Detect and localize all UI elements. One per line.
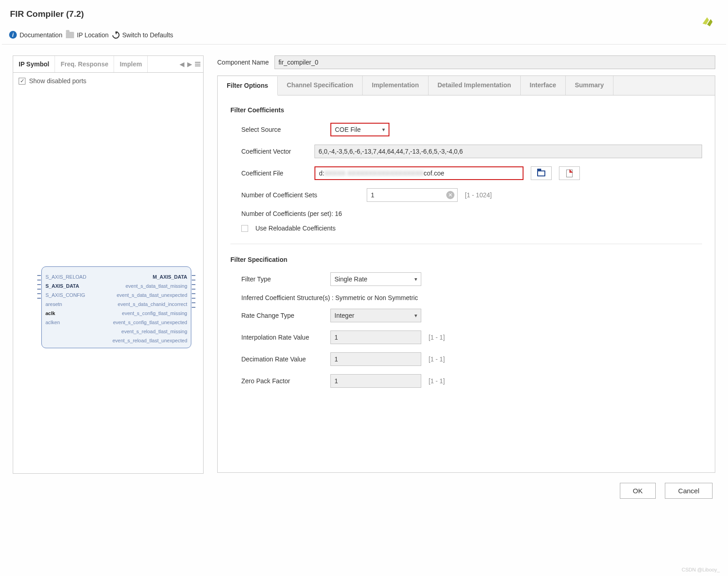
tab-ip-symbol[interactable]: IP Symbol [13,56,55,72]
section-filter-spec: Filter Specification [230,256,702,263]
tab-filter-options[interactable]: Filter Options [218,76,278,95]
switch-defaults-label: Switch to Defaults [122,31,173,39]
pin-aclken: aclken [45,320,60,325]
pin-s-axis-reload: S_AXIS_RELOAD [45,274,86,280]
interp-rate-input[interactable]: 1 [330,331,421,344]
tab-scroll-right-icon[interactable]: ▶ [187,60,192,68]
show-disabled-checkbox[interactable]: ✓ [19,78,25,85]
tab-freq-response[interactable]: Freq. Response [55,56,114,72]
chevron-down-icon: ▾ [382,126,385,133]
refresh-icon [111,30,121,40]
tab-interface[interactable]: Interface [521,76,566,95]
tab-channel-spec[interactable]: Channel Specification [278,76,363,95]
coeff-vector-input[interactable]: 6,0,-4,-3,5,6,-6,-13,7,44,64,44,7,-13,-6… [314,145,702,158]
window-title: FIR Compiler (7.2) [2,1,726,28]
interp-rate-label: Interpolation Rate Value [241,334,323,341]
tab-summary[interactable]: Summary [566,76,613,95]
ip-symbol-diagram: S_AXIS_RELOAD S_AXIS_DATA S_AXIS_CONFIG … [13,89,203,473]
ip-location-link[interactable]: IP Location [66,31,109,39]
select-source-dropdown[interactable]: COE File ▾ [330,123,389,136]
preview-panel: IP Symbol Freq. Response Implem ◀ ▶ ✓ Sh… [13,55,204,474]
ip-block: S_AXIS_RELOAD S_AXIS_DATA S_AXIS_CONFIG … [41,266,191,348]
chevron-down-icon: ▾ [414,312,417,319]
pin-aclk: aclk [45,311,55,316]
interp-rate-hint: [1 - 1] [429,334,445,341]
top-toolbar: i Documentation IP Location Switch to De… [2,28,726,45]
clear-icon[interactable]: ✕ [446,191,454,199]
reloadable-label: Use Reloadable Coefficients [255,225,335,232]
switch-defaults-link[interactable]: Switch to Defaults [112,31,173,39]
tab-implementation[interactable]: Implementation [363,76,428,95]
pin-aresetn: aresetn [45,301,62,307]
pin-event-4: event_s_config_tlast_missing [122,311,187,316]
preview-tabs: IP Symbol Freq. Response Implem ◀ ▶ [13,56,203,73]
decim-rate-hint: [1 - 1] [429,356,445,363]
pin-m-axis-data: M_AXIS_DATA [153,274,187,280]
pin-event-2: event_s_data_tlast_unexpected [117,292,187,298]
ip-location-label: IP Location [77,31,109,39]
pin-s-axis-config: S_AXIS_CONFIG [45,292,85,298]
coeff-file-edit-button[interactable] [559,166,580,180]
watermark: CSDN @Libooy_ [682,567,720,572]
inferred-structure: Inferred Coefficient Structure(s) : Symm… [241,294,702,301]
folder-open-icon [537,170,545,176]
app-window: FIR Compiler (7.2) i Documentation IP Lo… [0,0,728,576]
vendor-logo [698,13,714,30]
coeff-file-input[interactable]: d: XXXXX XXXXXXXXXXXXXXXXXX cof.coe [314,166,524,180]
section-filter-coeff: Filter Coefficients [230,106,702,114]
show-disabled-label: Show disabled ports [29,77,86,85]
document-edit-icon [566,170,573,177]
num-coeff-sets-input[interactable]: 1 ✕ [367,188,458,202]
coeff-file-label: Coefficient File [241,170,307,177]
coeff-file-redacted: XXXXX XXXXXXXXXXXXXXXXXX [324,170,424,177]
chevron-down-icon: ▾ [414,276,417,282]
filter-type-label: Filter Type [241,275,323,283]
pin-event-6: event_s_reload_tlast_missing [121,329,187,334]
show-disabled-row[interactable]: ✓ Show disabled ports [13,73,203,89]
pin-event-5: event_s_config_tlast_unexpected [113,320,187,325]
select-source-label: Select Source [241,126,323,133]
tab-menu-icon[interactable] [195,62,200,66]
cancel-button[interactable]: Cancel [665,483,713,499]
reloadable-row[interactable]: Use Reloadable Coefficients [241,225,702,232]
pin-event-1: event_s_data_tlast_missing [125,283,187,289]
tab-detailed-implementation[interactable]: Detailed Implementation [429,76,521,95]
pin-s-axis-data: S_AXIS_DATA [45,283,79,289]
documentation-label: Documentation [20,31,62,39]
decim-rate-label: Decimation Rate Value [241,356,323,363]
zero-pack-hint: [1 - 1] [429,377,445,385]
config-tabs: Filter Options Channel Specification Imp… [217,75,715,95]
tab-scroll-left-icon[interactable]: ◀ [180,60,184,68]
coeff-file-browse-button[interactable] [531,166,552,180]
pin-event-7: event_s_reload_tlast_unexpected [112,338,187,343]
tab-implem[interactable]: Implem [114,56,148,72]
coeff-vector-label: Coefficient Vector [241,148,307,155]
rate-change-type-dropdown[interactable]: Integer▾ [330,309,421,322]
component-name-input[interactable]: fir_compiler_0 [274,55,715,69]
num-coeff-per-set: Number of Coefficients (per set): 16 [241,210,702,217]
num-coeff-sets-label: Number of Coefficient Sets [241,191,359,199]
component-name-label: Component Name [217,59,269,66]
tab-filter-options-body: Filter Coefficients Select Source COE Fi… [217,95,715,473]
config-panel: Component Name fir_compiler_0 Filter Opt… [217,55,715,473]
info-icon: i [9,31,17,39]
zero-pack-label: Zero Pack Factor [241,377,323,385]
reloadable-checkbox[interactable] [241,225,248,232]
decim-rate-input[interactable]: 1 [330,352,421,366]
pin-event-3: event_s_data_chanid_incorrect [118,301,187,307]
filter-type-dropdown[interactable]: Single Rate▾ [330,272,421,286]
num-coeff-sets-hint: [1 - 1024] [465,191,492,199]
dialog-footer: OK Cancel [2,474,726,510]
zero-pack-input[interactable]: 1 [330,374,421,388]
documentation-link[interactable]: i Documentation [9,31,62,39]
divider [230,244,702,244]
folder-icon [66,32,74,38]
rate-change-type-label: Rate Change Type [241,312,323,319]
ok-button[interactable]: OK [620,483,656,499]
